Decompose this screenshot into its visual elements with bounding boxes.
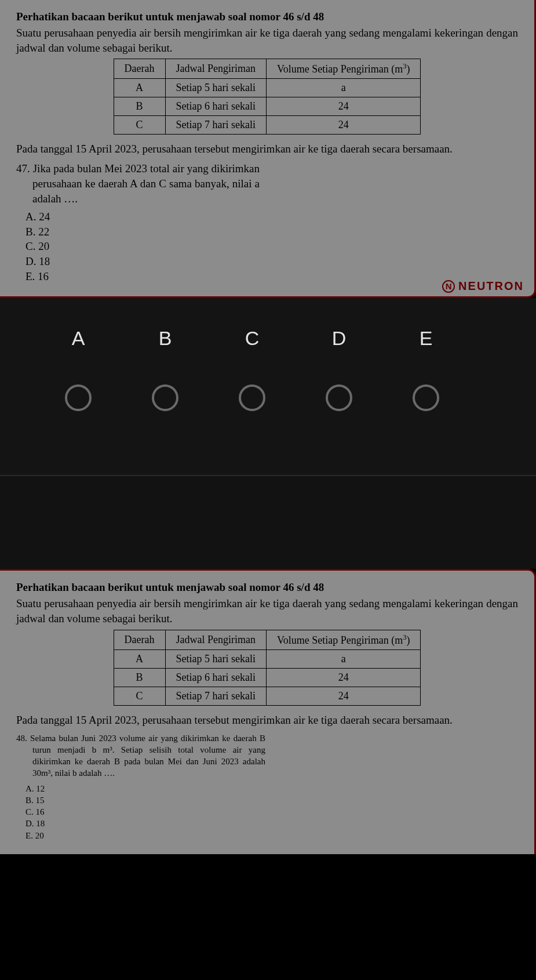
table-row: A Setiap 5 hari sekali a xyxy=(114,79,421,97)
table-row: C Setiap 7 hari sekali 24 xyxy=(114,116,421,135)
option-a: A. 24 xyxy=(25,209,518,224)
question-card-48: Perhatikan bacaan berikut untuk menjawab… xyxy=(0,569,536,854)
table-row: C Setiap 7 hari sekali 24 xyxy=(114,687,421,705)
schedule-table: Daerah Jadwal Pengiriman Volume Setiap P… xyxy=(114,630,421,706)
th-volume: Volume Setiap Pengiriman (m3) xyxy=(267,630,421,649)
option-c: C. 20 xyxy=(25,239,518,254)
passage-body: Suatu perusahaan penyedia air bersih men… xyxy=(16,596,518,626)
question-47-options: A. 24 B. 22 C. 20 D. 18 E. 16 xyxy=(16,209,518,284)
passage-footer: Pada tanggal 15 April 2023, perusahaan t… xyxy=(16,714,518,727)
th-volume: Volume Setiap Pengiriman (m3) xyxy=(267,59,421,79)
option-b: B. 15 xyxy=(25,794,518,806)
th-daerah: Daerah xyxy=(114,630,165,649)
brand-n-icon: N xyxy=(442,280,455,293)
answer-sheet: A B C D E 47 xyxy=(0,298,536,476)
option-d: D. 18 xyxy=(25,818,518,829)
answer-47-c-radio[interactable] xyxy=(239,384,265,411)
passage-title: Perhatikan bacaan berikut untuk menjawab… xyxy=(16,581,518,594)
col-head-e: E xyxy=(382,327,469,350)
dark-gap xyxy=(0,476,536,569)
row-label-47: 47 xyxy=(0,386,35,411)
passage-title: Perhatikan bacaan berikut untuk menjawab… xyxy=(16,10,518,23)
answer-47-e-radio[interactable] xyxy=(413,384,439,411)
option-b: B. 22 xyxy=(25,224,518,239)
option-e: E. 20 xyxy=(25,830,518,841)
passage-body: Suatu perusahaan penyedia air bersih men… xyxy=(16,26,518,55)
option-d: D. 18 xyxy=(25,254,518,269)
table-row: B Setiap 6 hari sekali 24 xyxy=(114,668,421,687)
schedule-table: Daerah Jadwal Pengiriman Volume Setiap P… xyxy=(114,59,421,135)
table-row: B Setiap 6 hari sekali 24 xyxy=(114,97,421,116)
th-daerah: Daerah xyxy=(114,59,165,79)
answer-47-d-radio[interactable] xyxy=(326,384,352,411)
question-47-text: 47. Jika pada bulan Mei 2023 total air y… xyxy=(16,161,260,206)
question-card-47: Perhatikan bacaan berikut untuk menjawab… xyxy=(0,0,536,298)
col-head-d: D xyxy=(296,327,382,350)
th-jadwal: Jadwal Pengiriman xyxy=(165,59,266,79)
brand-logo: N NEUTRON xyxy=(442,280,524,293)
th-jadwal: Jadwal Pengiriman xyxy=(165,630,266,649)
passage-footer: Pada tanggal 15 April 2023, perusahaan t… xyxy=(16,143,518,155)
table-row: A Setiap 5 hari sekali a xyxy=(114,649,421,668)
answer-47-b-radio[interactable] xyxy=(152,384,178,411)
col-head-a: A xyxy=(35,327,122,350)
option-c: C. 16 xyxy=(25,806,518,818)
option-a: A. 12 xyxy=(25,783,518,794)
col-head-c: C xyxy=(209,327,296,350)
answer-47-a-radio[interactable] xyxy=(65,384,92,411)
question-48-options: A. 12 B. 15 C. 16 D. 18 E. 20 xyxy=(16,783,518,841)
brand-text: NEUTRON xyxy=(458,280,524,293)
col-head-b: B xyxy=(122,327,209,350)
question-48-text: 48. Selama bulan Juni 2023 volume air ya… xyxy=(16,732,265,779)
